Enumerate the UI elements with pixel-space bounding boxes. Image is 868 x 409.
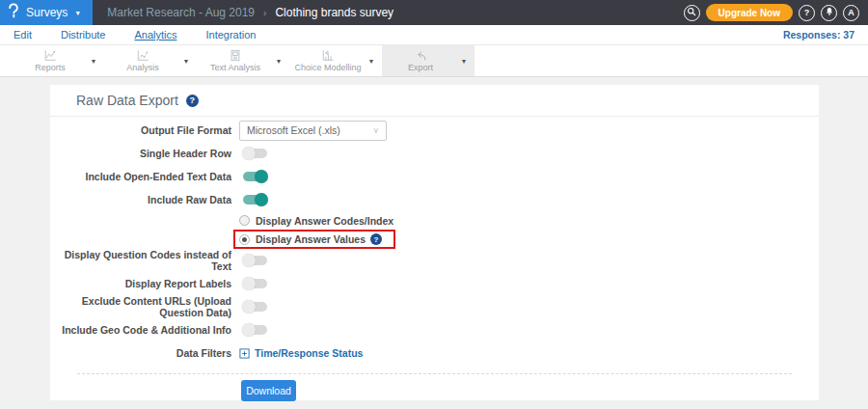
exclude-content-urls-row: Exclude Content URLs (Upload Question Da… bbox=[50, 295, 819, 318]
breadcrumb: Market Research - Aug 2019 › Clothing br… bbox=[107, 6, 683, 19]
display-answer-codes-row: Display Answer Codes/Index bbox=[50, 211, 819, 230]
display-answer-codes-radio[interactable] bbox=[239, 215, 250, 226]
exclude-content-urls-label: Exclude Content URLs (Upload Question Da… bbox=[50, 295, 231, 318]
export-dropdown-caret[interactable]: ▼ bbox=[456, 58, 472, 65]
tab-analysis: Analysis ▼ bbox=[104, 45, 197, 76]
raw-data-export-help-icon[interactable]: ? bbox=[186, 95, 199, 107]
breadcrumb-separator: › bbox=[263, 8, 266, 18]
page-title: Raw Data Export bbox=[76, 93, 178, 108]
tab-text-analysis-button[interactable]: Text Analysis bbox=[200, 49, 271, 72]
top-header-bar: Surveys ▼ Market Research - Aug 2019 › C… bbox=[0, 0, 868, 25]
responses-count[interactable]: Responses: 37 bbox=[783, 29, 854, 41]
search-button[interactable] bbox=[684, 5, 700, 21]
panel-header: Raw Data Export ? bbox=[50, 85, 819, 117]
bell-icon bbox=[825, 7, 834, 18]
red-highlight-annotation: Display Answer Values ? bbox=[233, 230, 395, 249]
include-raw-data-toggle[interactable] bbox=[243, 195, 267, 204]
scatter-chart-icon bbox=[136, 49, 149, 62]
plus-square-icon[interactable] bbox=[239, 348, 250, 359]
include-open-ended-label: Include Open-Ended Text Data bbox=[50, 171, 231, 182]
display-question-codes-toggle[interactable] bbox=[243, 256, 267, 265]
include-geo-code-toggle[interactable] bbox=[243, 325, 267, 335]
include-geo-code-row: Include Geo Code & Additional Info bbox=[50, 318, 819, 341]
include-raw-data-label: Include Raw Data bbox=[50, 194, 231, 205]
single-header-row-toggle[interactable] bbox=[243, 149, 267, 158]
tab-choice-modelling: Choice Modelling ▼ bbox=[289, 45, 382, 76]
display-answer-codes-label: Display Answer Codes/Index bbox=[256, 215, 393, 227]
display-answer-values-row: Display Answer Values ? bbox=[50, 230, 819, 249]
output-file-format-row: Output File Format Microsoft Excel (.xls… bbox=[50, 119, 819, 142]
display-question-codes-label: Display Question Codes instead of Text bbox=[50, 249, 231, 272]
chevron-down-icon: ▼ bbox=[74, 10, 81, 16]
display-report-labels-label: Display Report Labels bbox=[50, 278, 231, 289]
tab-export-button[interactable]: Export bbox=[385, 49, 456, 72]
product-label: Surveys bbox=[26, 6, 68, 19]
bar-chart-icon bbox=[321, 49, 335, 62]
display-report-labels-row: Display Report Labels bbox=[50, 272, 819, 295]
tab-reports-button[interactable]: Reports bbox=[14, 49, 86, 72]
single-header-row-label: Single Header Row bbox=[50, 148, 231, 159]
choice-modelling-dropdown-caret[interactable]: ▼ bbox=[364, 58, 379, 65]
nav-item-integration[interactable]: Integration bbox=[205, 29, 256, 41]
download-button[interactable]: Download bbox=[241, 380, 296, 401]
text-analysis-dropdown-caret[interactable]: ▼ bbox=[271, 58, 286, 65]
document-icon bbox=[229, 49, 242, 62]
display-report-labels-toggle[interactable] bbox=[243, 279, 267, 288]
single-header-row-row: Single Header Row bbox=[50, 142, 819, 165]
tab-analysis-button[interactable]: Analysis bbox=[107, 49, 178, 72]
analytics-toolbar: Reports ▼ Analysis ▼ bbox=[0, 45, 868, 77]
dotted-divider bbox=[77, 373, 792, 374]
questionpro-logo-icon bbox=[7, 3, 20, 22]
upgrade-now-button[interactable]: Upgrade Now bbox=[706, 4, 793, 21]
survey-nav: Edit Distribute Analytics Integration Re… bbox=[0, 25, 868, 45]
tab-reports: Reports ▼ bbox=[12, 45, 104, 76]
nav-item-distribute[interactable]: Distribute bbox=[61, 29, 105, 41]
breadcrumb-folder[interactable]: Market Research - Aug 2019 bbox=[107, 6, 255, 19]
select-value: Microsoft Excel (.xls) bbox=[247, 124, 340, 136]
time-response-status-link[interactable]: Time/Response Status bbox=[255, 347, 363, 359]
avatar[interactable]: A bbox=[843, 5, 859, 21]
include-raw-data-row: Include Raw Data bbox=[50, 188, 819, 211]
reports-dropdown-caret[interactable]: ▼ bbox=[86, 58, 101, 65]
export-arrow-icon bbox=[414, 49, 428, 62]
export-options-form: Output File Format Microsoft Excel (.xls… bbox=[50, 117, 819, 401]
help-button[interactable]: ? bbox=[799, 5, 815, 21]
include-open-ended-toggle[interactable] bbox=[243, 172, 267, 181]
notifications-button[interactable] bbox=[821, 5, 837, 21]
search-icon bbox=[687, 7, 696, 18]
data-filters-label: Data Filters bbox=[50, 347, 231, 359]
include-open-ended-row: Include Open-Ended Text Data bbox=[50, 165, 819, 188]
chevron-down-icon: ∨ bbox=[372, 125, 379, 135]
tab-text-analysis: Text Analysis ▼ bbox=[197, 45, 289, 76]
data-filters-row: Data Filters Time/Response Status bbox=[50, 341, 819, 365]
tab-choice-modelling-button[interactable]: Choice Modelling bbox=[292, 49, 364, 72]
display-answer-values-label: Display Answer Values bbox=[256, 233, 366, 245]
nav-item-analytics[interactable]: Analytics bbox=[134, 29, 176, 41]
display-answer-values-radio[interactable] bbox=[239, 234, 250, 245]
tab-export: Export ▼ bbox=[382, 45, 475, 76]
breadcrumb-survey-name: Clothing brands survey bbox=[275, 6, 393, 19]
analysis-dropdown-caret[interactable]: ▼ bbox=[178, 58, 194, 65]
line-chart-icon bbox=[43, 49, 57, 62]
output-file-format-label: Output File Format bbox=[50, 124, 231, 136]
nav-item-edit[interactable]: Edit bbox=[14, 29, 32, 41]
exclude-content-urls-toggle[interactable] bbox=[243, 302, 267, 312]
raw-data-export-panel: Raw Data Export ? Output File Format Mic… bbox=[50, 85, 819, 400]
topbar-actions: Upgrade Now ? A bbox=[684, 4, 868, 21]
display-answer-values-help-icon[interactable]: ? bbox=[370, 233, 382, 245]
surveys-product-menu[interactable]: Surveys ▼ bbox=[0, 0, 93, 25]
include-geo-code-label: Include Geo Code & Additional Info bbox=[50, 324, 231, 336]
output-file-format-select[interactable]: Microsoft Excel (.xls) ∨ bbox=[239, 121, 387, 141]
display-question-codes-row: Display Question Codes instead of Text bbox=[50, 249, 819, 272]
